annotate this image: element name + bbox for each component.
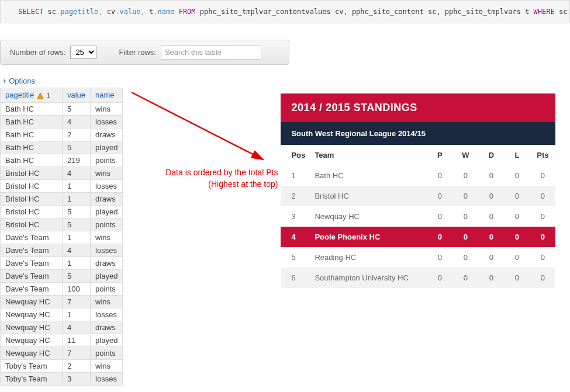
cell-value: 219 xyxy=(63,154,91,166)
col-header-value[interactable]: value xyxy=(63,88,91,103)
standings-cell-pos: 6 xyxy=(281,268,310,288)
cell-pagetitle: Toby's Team xyxy=(1,359,63,372)
cell-pagetitle: Newquay HC xyxy=(1,321,63,334)
cell-pagetitle: Dave's Team xyxy=(1,244,63,256)
standings-cell-pts: 0 xyxy=(530,186,555,206)
cell-value: 1 xyxy=(63,192,91,205)
filter-label: Filter rows: xyxy=(119,48,156,57)
standings-cell-team: Reading HC xyxy=(310,247,427,268)
cell-name: losses xyxy=(91,115,123,128)
cell-name: losses xyxy=(91,179,123,192)
cell-value: 5 xyxy=(63,141,91,154)
standings-subtitle: South West Regional League 2014/15 xyxy=(281,122,555,145)
table-row: Newquay HC7wins xyxy=(1,295,123,308)
standings-cell-d: 0 xyxy=(478,186,504,206)
col-header-pagetitle[interactable]: pagetitle 1 xyxy=(1,88,63,103)
standings-cell-w: 0 xyxy=(452,165,478,186)
standings-cell-w: 0 xyxy=(452,268,478,288)
cell-value: 100 xyxy=(63,282,91,295)
sort-index: 1 xyxy=(46,92,50,99)
table-row: Bath HC4losses xyxy=(1,115,123,128)
table-row: Bristol HC1draws xyxy=(1,192,123,205)
cell-name: points xyxy=(91,282,123,295)
standings-header-d: D xyxy=(478,145,504,165)
cell-name: draws xyxy=(91,321,123,334)
col-header-name[interactable]: name xyxy=(91,88,123,103)
cell-pagetitle: Bristol HC xyxy=(1,179,63,192)
standings-cell-team: Bath HC xyxy=(310,165,427,186)
standings-cell-team: Southampton University HC xyxy=(310,268,427,288)
standings-header-l: L xyxy=(504,145,530,165)
cell-name: wins xyxy=(91,295,123,308)
standings-cell-w: 0 xyxy=(452,227,478,247)
table-row: Newquay HC1losses xyxy=(1,308,123,321)
table-row: Dave's Team100points xyxy=(1,282,123,295)
rows-select[interactable]: 25 xyxy=(70,46,96,59)
cell-name: wins xyxy=(91,102,123,115)
table-row: Dave's Team1wins xyxy=(1,231,123,244)
cell-pagetitle: Dave's Team xyxy=(1,256,63,269)
cell-value: 4 xyxy=(63,244,91,256)
table-row: Dave's Team1draws xyxy=(1,256,123,269)
standings-cell-l: 0 xyxy=(504,186,530,206)
standings-cell-d: 0 xyxy=(478,268,504,288)
cell-pagetitle: Bristol HC xyxy=(1,192,63,205)
standings-cell-p: 0 xyxy=(427,268,452,288)
table-row: Newquay HC11played xyxy=(1,334,123,346)
table-row: Bath HC2draws xyxy=(1,128,123,141)
table-row: Newquay HC4draws xyxy=(1,321,123,334)
standings-cell-team: Bristol HC xyxy=(310,186,427,206)
cell-pagetitle: Toby's Team xyxy=(1,372,63,385)
cell-value: 4 xyxy=(63,321,91,334)
cell-value: 7 xyxy=(63,295,91,308)
cell-value: 4 xyxy=(63,115,91,128)
cell-name: played xyxy=(91,334,123,346)
cell-pagetitle: Bristol HC xyxy=(1,205,63,218)
cell-name: draws xyxy=(91,256,123,269)
standings-cell-p: 0 xyxy=(427,227,452,247)
filter-input[interactable] xyxy=(161,45,261,60)
sql-tables: pphc_site_tmplvar_contentvalues cv, pphc… xyxy=(200,8,530,16)
standings-cell-l: 0 xyxy=(504,247,530,268)
table-row: Bath HC5played xyxy=(1,141,123,154)
cell-value: 5 xyxy=(63,102,91,115)
standings-cell-pos: 1 xyxy=(281,165,310,186)
arrow-annotation-icon xyxy=(126,86,278,180)
table-row: Bristol HC1losses xyxy=(1,179,123,192)
standings-row: 2Bristol HC00000 xyxy=(281,186,555,206)
standings-cell-d: 0 xyxy=(478,165,504,186)
cell-name: played xyxy=(91,141,123,154)
standings-header-p: P xyxy=(427,145,452,165)
cell-name: played xyxy=(91,205,123,218)
standings-cell-p: 0 xyxy=(427,206,452,227)
options-link[interactable]: + Options xyxy=(2,77,570,85)
cell-value: 2 xyxy=(63,359,91,372)
cell-name: points xyxy=(91,154,123,166)
cell-name: points xyxy=(91,218,123,231)
standings-cell-pts: 0 xyxy=(530,247,555,268)
standings-cell-pos: 2 xyxy=(281,186,310,206)
standings-cell-pts: 0 xyxy=(530,227,555,247)
standings-cell-pts: 0 xyxy=(530,206,555,227)
cell-pagetitle: Dave's Team xyxy=(1,269,63,282)
sql-where-kw: WHERE xyxy=(534,8,555,16)
cell-pagetitle: Bristol HC xyxy=(1,166,63,179)
table-row: Bristol HC5played xyxy=(1,205,123,218)
standings-cell-d: 0 xyxy=(478,247,504,268)
standings-header-pts: Pts xyxy=(530,145,555,165)
table-row: Bristol HC5points xyxy=(1,218,123,231)
cell-pagetitle: Bath HC xyxy=(1,115,63,128)
cell-value: 5 xyxy=(63,218,91,231)
cell-name: points xyxy=(91,346,123,359)
table-row: Newquay HC7points xyxy=(1,346,123,359)
sort-asc-icon xyxy=(36,92,44,100)
standings-row: 5Reading HC00000 xyxy=(281,247,555,268)
standings-cell-l: 0 xyxy=(504,268,530,288)
sql-from-kw: FROM xyxy=(179,8,196,16)
standings-cell-l: 0 xyxy=(504,165,530,186)
cell-name: losses xyxy=(91,308,123,321)
standings-cell-l: 0 xyxy=(504,206,530,227)
standings-cell-pos: 4 xyxy=(281,227,310,247)
cell-value: 2 xyxy=(63,128,91,141)
cell-pagetitle: Bath HC xyxy=(1,102,63,115)
